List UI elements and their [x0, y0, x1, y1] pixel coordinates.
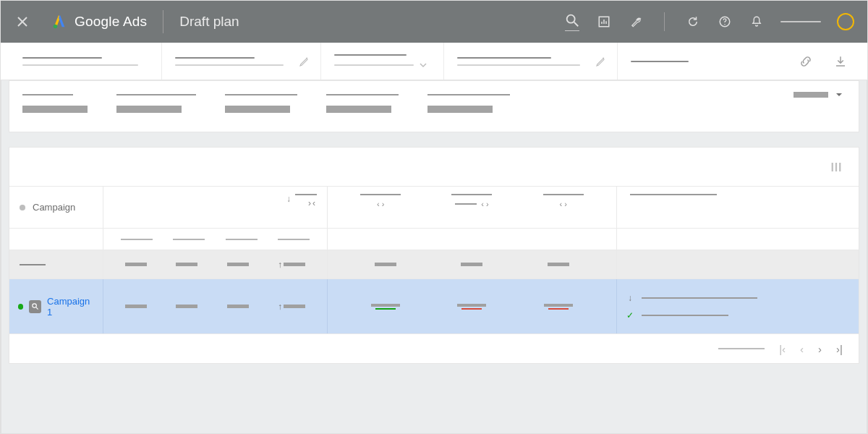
arrow-up-icon: ↑	[278, 260, 282, 270]
column-header-metric[interactable]: ‹ ›	[360, 194, 401, 208]
column-label: Campaign	[33, 202, 75, 213]
column-header-group3: ‹ › ‹ › ‹ ›	[328, 187, 617, 228]
plan-settings-bar	[1, 43, 867, 80]
summary-metric	[427, 94, 510, 113]
first-page-button[interactable]: |‹	[779, 343, 786, 355]
expand-icon[interactable]: ‹ ›	[377, 200, 384, 208]
plan-field-2[interactable]	[161, 43, 320, 80]
subcolumns-group2	[103, 229, 328, 250]
page-title: Draft plan	[179, 14, 239, 30]
column-header-metric[interactable]: ‹ ›	[451, 194, 492, 208]
plan-field-4[interactable]	[443, 43, 617, 80]
expand-icon[interactable]: ‹ ›	[481, 200, 488, 208]
divider	[163, 10, 163, 33]
note-item: ↓	[626, 293, 850, 303]
chevron-down-icon	[420, 61, 427, 69]
notifications-icon[interactable]	[749, 14, 765, 30]
arrow-down-icon: ↓	[626, 293, 634, 303]
campaigns-table-card: Campaign ↓ ›‹ ‹ › ‹ › ‹ ›	[9, 147, 859, 364]
metric-delta	[457, 304, 486, 310]
caret-down-icon	[835, 91, 843, 98]
arrow-up-icon: ↑	[278, 302, 282, 312]
summary-metric	[326, 94, 399, 113]
page-range-placeholder	[718, 348, 765, 349]
table-toolbar	[9, 148, 859, 187]
expand-collapse-icon[interactable]: ›‹	[308, 198, 317, 208]
pencil-icon[interactable]	[299, 56, 310, 67]
svg-point-5	[33, 304, 37, 308]
share-link-icon[interactable]	[798, 54, 814, 69]
product-name: Google Ads	[75, 14, 147, 30]
summary-view-dropdown[interactable]	[793, 91, 843, 98]
pencil-icon[interactable]	[595, 56, 607, 67]
table-pagination: |‹ ‹ › ›|	[9, 334, 859, 363]
status-enabled-icon	[18, 304, 23, 310]
last-page-button[interactable]: ›|	[836, 343, 843, 355]
row-values-group3	[328, 279, 617, 333]
check-icon: ✓	[626, 310, 634, 320]
table-totals-row: ↑	[9, 250, 859, 279]
product-logo: Google Ads	[51, 14, 147, 30]
prev-page-button[interactable]: ‹	[800, 343, 804, 355]
app-header: Google Ads Draft plan	[1, 1, 867, 43]
account-avatar[interactable]	[837, 13, 854, 30]
close-icon[interactable]	[14, 13, 31, 30]
columns-icon[interactable]	[830, 161, 843, 174]
forecast-summary-card	[9, 80, 859, 132]
table-subheader-row	[9, 229, 859, 250]
totals-values-group2: ↑	[103, 250, 328, 278]
search-icon	[564, 12, 580, 28]
summary-metric	[22, 94, 88, 113]
metric-delta	[371, 304, 400, 310]
row-notes: ↓ ✓	[617, 279, 859, 333]
plan-field-5[interactable]	[617, 43, 711, 80]
svg-point-4	[724, 24, 726, 25]
sort-arrow-down-icon: ↓	[286, 194, 291, 204]
table-header-row: Campaign ↓ ›‹ ‹ › ‹ › ‹ ›	[9, 187, 859, 229]
download-icon[interactable]	[833, 54, 848, 69]
divider	[664, 12, 665, 31]
refresh-icon[interactable]	[685, 14, 701, 30]
column-header-group2[interactable]: ↓ ›‹	[103, 187, 328, 228]
plan-field-3-dropdown[interactable]	[320, 43, 443, 80]
campaign-cell: Campaign 1	[9, 279, 103, 333]
next-page-button[interactable]: ›	[818, 343, 822, 355]
row-values-group2: ↑	[103, 279, 328, 333]
totals-values-group3	[328, 250, 617, 278]
summary-metric	[116, 94, 196, 113]
search-button[interactable]	[564, 12, 580, 31]
reports-icon[interactable]	[596, 14, 612, 30]
google-ads-logo-icon	[51, 14, 67, 30]
main-content: Campaign ↓ ›‹ ‹ › ‹ › ‹ ›	[1, 80, 867, 434]
metric-delta	[544, 304, 573, 310]
svg-point-0	[54, 25, 58, 28]
column-header-last[interactable]	[617, 187, 859, 228]
campaign-name-link[interactable]: Campaign 1	[47, 296, 94, 318]
help-icon[interactable]	[717, 14, 733, 30]
note-item: ✓	[626, 310, 850, 320]
account-name-placeholder	[780, 21, 821, 22]
table-row[interactable]: Campaign 1 ↑ ↓ ✓	[9, 279, 859, 334]
expand-icon[interactable]: ‹ ›	[560, 200, 567, 208]
svg-point-1	[567, 15, 575, 23]
column-header-metric[interactable]: ‹ ›	[543, 194, 584, 208]
status-dot-icon	[20, 205, 25, 210]
campaign-type-search-icon	[29, 300, 41, 313]
column-header-campaign[interactable]: Campaign	[9, 187, 103, 228]
tools-icon[interactable]	[628, 14, 644, 30]
plan-field-1[interactable]	[9, 43, 161, 80]
header-actions	[564, 12, 854, 31]
summary-metric	[225, 94, 297, 113]
